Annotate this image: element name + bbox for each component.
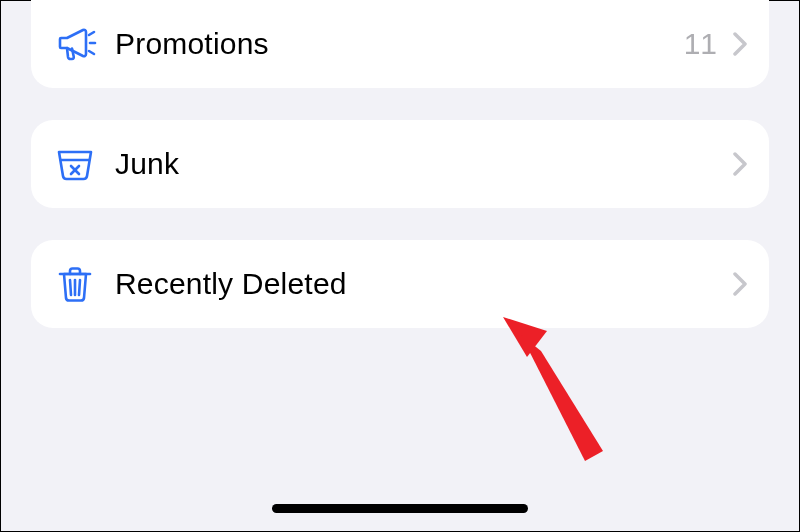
chevron-right-icon [733, 32, 747, 56]
chevron-right-icon [733, 152, 747, 176]
svg-line-4 [70, 280, 71, 295]
mailbox-label: Junk [115, 147, 733, 181]
annotation-arrow-icon [503, 317, 623, 471]
svg-line-6 [79, 280, 80, 295]
mailbox-row-recently-deleted[interactable]: Recently Deleted [53, 240, 747, 328]
group-card: Recently Deleted [31, 240, 769, 328]
chevron-right-icon [733, 272, 747, 296]
mailbox-label: Recently Deleted [115, 267, 733, 301]
trash-icon [53, 262, 115, 306]
group-card: Junk [31, 120, 769, 208]
mailboxes-screen: Promotions 11 Junk [0, 0, 800, 532]
mailbox-row-promotions[interactable]: Promotions 11 [53, 0, 747, 88]
svg-marker-8 [521, 335, 603, 461]
mailbox-count-badge: 11 [684, 27, 717, 61]
mailbox-row-junk[interactable]: Junk [53, 120, 747, 208]
megaphone-icon [53, 22, 115, 66]
home-indicator [272, 504, 528, 513]
junk-basket-icon [53, 142, 115, 186]
group-card: Promotions 11 [31, 0, 769, 88]
mailbox-label: Promotions [115, 27, 684, 61]
